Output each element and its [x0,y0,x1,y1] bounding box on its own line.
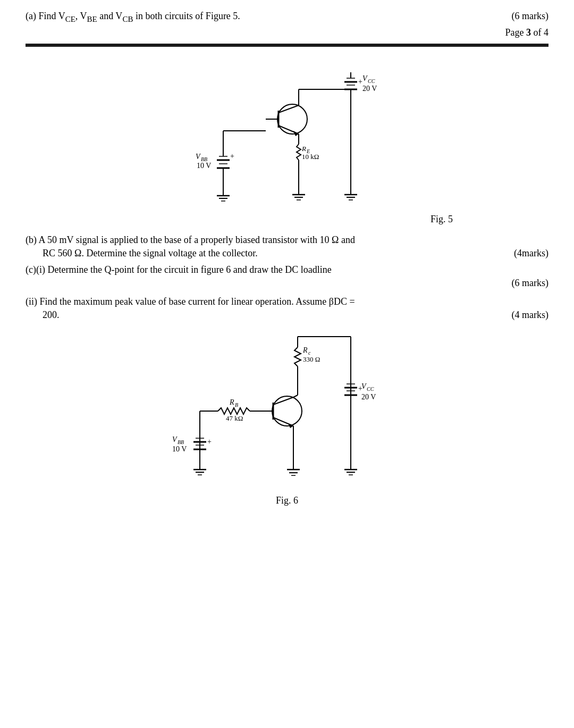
svg-text:R: R [301,145,306,153]
question-ci: (c)(i) Determine the Q-point for the cir… [26,264,548,289]
figure-5-svg: + V BB 10 V [159,62,415,211]
question-ci-line: (c)(i) Determine the Q-point for the cir… [26,264,548,275]
svg-text:V: V [172,436,178,444]
question-a-header: (a) Find VCE, VBE and VCB in both circui… [26,11,548,24]
question-cii-continuation: 200. (4 marks) [26,309,548,321]
question-b-line: (b) A 50 mV signal is applied to the bas… [26,235,548,246]
question-b-continuation-text: RC 560 Ω. Determine the signal voltage a… [43,248,258,259]
svg-text:+: + [207,438,212,446]
question-cii: (ii) Find the maximum peak value of base… [26,296,548,321]
question-b-text: (b) A 50 mV signal is applied to the bas… [26,235,548,246]
question-b: (b) A 50 mV signal is applied to the bas… [26,235,548,259]
svg-text:47 kΩ: 47 kΩ [226,414,243,422]
svg-text:R: R [229,398,234,406]
question-a-marks: (6 marks) [512,11,548,22]
question-cii-text: (ii) Find the maximum peak value of base… [26,296,548,307]
question-ci-text: (c)(i) Determine the Q-point for the cir… [26,264,548,275]
svg-text:20 V: 20 V [362,85,377,93]
svg-text:R: R [302,346,308,354]
svg-text:+: + [230,152,234,160]
svg-text:BB: BB [178,439,184,445]
svg-text:V: V [361,382,367,390]
svg-text:20 V: 20 V [361,393,376,401]
divider [26,44,548,47]
svg-text:10 V: 10 V [197,162,211,170]
svg-line-60 [293,395,298,397]
question-cii-line: (ii) Find the maximum peak value of base… [26,296,548,307]
svg-text:V: V [362,74,368,82]
svg-point-15 [277,104,307,134]
question-b-continuation: RC 560 Ω. Determine the signal voltage a… [26,248,548,259]
question-cii-marks: (4 marks) [512,309,548,321]
question-b-marks: (4marks) [514,248,548,259]
svg-text:330 Ω: 330 Ω [303,355,320,363]
question-cii-continuation-text: 200. [43,309,60,321]
question-a-text: (a) Find VCE, VBE and VCB in both circui… [26,11,501,24]
question-ci-marks: (6 marks) [26,278,548,289]
figure-6-container: R c 330 Ω R B 47 kΩ [26,326,548,506]
page-indicator: Page 3 of 4 [26,27,548,38]
svg-text:+: + [358,78,362,86]
svg-text:10 kΩ: 10 kΩ [302,153,319,161]
svg-text:10 V: 10 V [172,445,187,453]
figure-6-svg: R c 330 Ω R B 47 kΩ [149,326,425,491]
svg-text:CC: CC [368,78,375,84]
figure-6-label: Fig. 6 [276,495,298,506]
svg-text:V: V [196,153,201,161]
page: (a) Find VCE, VBE and VCB in both circui… [0,0,574,728]
svg-point-54 [272,396,302,426]
svg-text:B: B [235,402,238,408]
figure-5-label: Fig. 5 [430,214,453,225]
figure-5-container: + V BB 10 V [26,62,548,225]
svg-text:CC: CC [367,386,374,392]
